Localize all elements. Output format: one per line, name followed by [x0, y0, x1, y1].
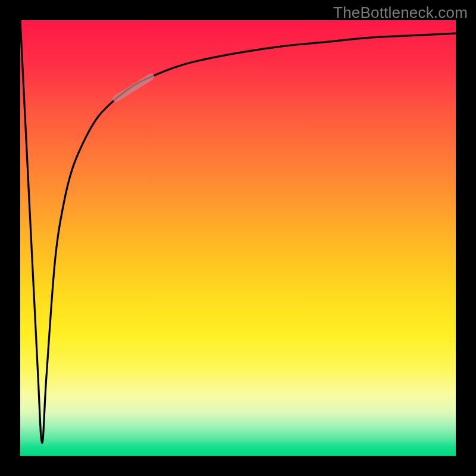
chart-frame: TheBottleneck.com	[0, 0, 476, 476]
bottleneck-curve	[20, 20, 456, 443]
attribution-label: TheBottleneck.com	[333, 4, 468, 22]
highlight-marker	[116, 77, 151, 99]
curve-svg	[20, 20, 456, 456]
plot-area	[20, 20, 456, 456]
